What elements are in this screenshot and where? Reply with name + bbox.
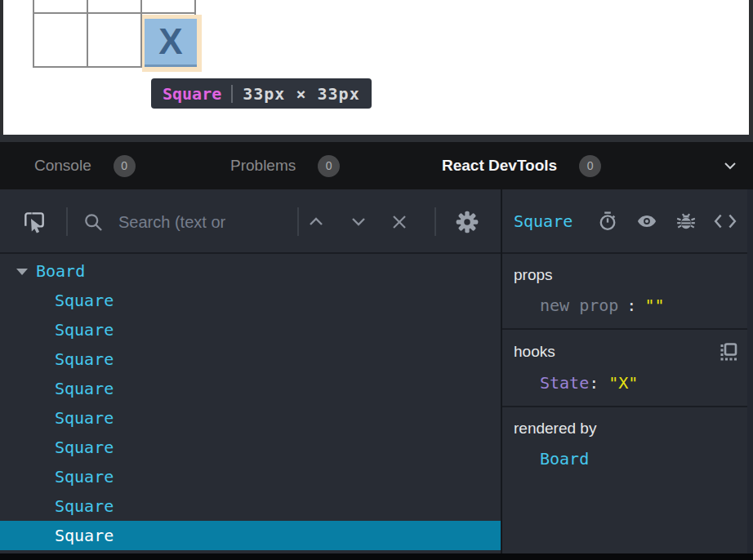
react-devtools-panel: Board Square Square Square Square Square… bbox=[0, 189, 753, 553]
state-hook-key: State bbox=[540, 373, 589, 393]
rendered-by-owner-link[interactable]: Board bbox=[540, 449, 589, 469]
tree-item-square[interactable]: Square bbox=[0, 315, 501, 344]
rendered-by-section-title: rendered by bbox=[514, 420, 596, 438]
tree-item-square[interactable]: Square bbox=[0, 491, 501, 521]
board-square[interactable] bbox=[34, 14, 87, 66]
component-name: Square bbox=[55, 496, 114, 516]
toolbar-divider bbox=[434, 207, 436, 236]
board-square[interactable] bbox=[34, 0, 87, 12]
suspend-timer-icon[interactable] bbox=[597, 211, 618, 232]
rendered-by-row: Board bbox=[540, 449, 742, 469]
tooltip-dimensions: 33px × 33px bbox=[243, 84, 359, 104]
hooks-section-title: hooks bbox=[514, 343, 555, 361]
component-name: Square bbox=[55, 526, 114, 545]
tab-label: Console bbox=[34, 157, 91, 175]
viewport-left-edge bbox=[0, 0, 3, 135]
tab-console[interactable]: Console 0 bbox=[34, 142, 136, 189]
tree-item-square[interactable]: Square bbox=[0, 433, 501, 462]
component-name: Square bbox=[55, 291, 114, 310]
expand-arrow-icon[interactable] bbox=[16, 269, 28, 275]
component-name: Board bbox=[36, 261, 85, 281]
devtools-tabbar: Console 0 Problems 0 React DevTools 0 bbox=[0, 142, 753, 189]
board-square[interactable] bbox=[88, 0, 140, 12]
viewport-right-edge bbox=[749, 0, 753, 135]
tab-label: Problems bbox=[230, 157, 296, 175]
component-name: Square bbox=[55, 438, 114, 457]
component-name: Square bbox=[55, 467, 114, 487]
page-viewport: X Square 33px × 33px bbox=[0, 0, 753, 135]
clear-search-button[interactable] bbox=[390, 212, 409, 232]
tab-badge: 0 bbox=[114, 155, 136, 177]
new-prop-row[interactable]: new prop:"" bbox=[540, 296, 742, 315]
board-square[interactable] bbox=[88, 14, 140, 66]
settings-gear-icon[interactable] bbox=[454, 209, 480, 235]
components-tree-pane: Board Square Square Square Square Square… bbox=[0, 189, 501, 553]
tab-badge: 0 bbox=[579, 155, 601, 177]
tree-item-board[interactable]: Board bbox=[0, 256, 501, 286]
window-bottom-bar bbox=[0, 553, 753, 560]
log-bug-icon[interactable] bbox=[675, 211, 697, 232]
tooltip-component-name: Square bbox=[163, 84, 221, 104]
component-name: Square bbox=[55, 379, 114, 398]
toolbar-divider bbox=[66, 207, 68, 236]
tab-react-devtools[interactable]: React DevTools 0 bbox=[442, 142, 601, 189]
props-section-title: props bbox=[514, 266, 553, 284]
tab-problems[interactable]: Problems 0 bbox=[230, 142, 340, 189]
tree-item-square[interactable]: Square bbox=[0, 462, 501, 491]
devtools-window: X Square 33px × 33px Console 0 Problems … bbox=[0, 0, 753, 560]
tooltip-divider bbox=[231, 85, 233, 103]
hooks-section: hooks State:"X" bbox=[502, 330, 753, 407]
tab-label: React DevTools bbox=[442, 157, 557, 175]
details-header: Square bbox=[502, 189, 753, 254]
tree-item-square[interactable]: Square bbox=[0, 344, 501, 374]
inspect-element-button[interactable] bbox=[21, 209, 47, 235]
inspect-dom-eye-icon[interactable] bbox=[635, 211, 658, 232]
state-hook-row[interactable]: State:"X" bbox=[540, 373, 742, 393]
view-source-code-icon[interactable] bbox=[714, 211, 737, 231]
component-tree: Board Square Square Square Square Square… bbox=[0, 254, 501, 550]
component-details-pane: Square bbox=[502, 189, 753, 553]
inspect-highlight-content[interactable]: X bbox=[145, 19, 197, 67]
new-prop-key-input[interactable]: new prop bbox=[540, 296, 618, 315]
inspect-tooltip: Square 33px × 33px bbox=[151, 78, 372, 109]
toolbar-divider bbox=[297, 207, 299, 236]
next-result-button[interactable] bbox=[350, 216, 368, 228]
colon: : bbox=[626, 296, 636, 315]
parse-hook-names-icon[interactable] bbox=[719, 342, 738, 362]
tree-item-square[interactable]: Square bbox=[0, 374, 501, 403]
tab-badge: 0 bbox=[318, 155, 340, 177]
chevron-down-icon[interactable] bbox=[724, 160, 737, 171]
component-name: Square bbox=[55, 349, 114, 369]
search-input[interactable] bbox=[118, 206, 292, 238]
previous-result-button[interactable] bbox=[307, 216, 325, 228]
scrollbar-gutter bbox=[747, 189, 753, 553]
component-name: Square bbox=[55, 408, 114, 428]
rendered-by-section: rendered by Board bbox=[502, 407, 753, 482]
tree-item-square[interactable]: Square bbox=[0, 403, 501, 433]
props-section: props new prop:"" bbox=[502, 254, 753, 330]
tree-toolbar bbox=[0, 189, 501, 254]
component-name: Square bbox=[55, 320, 114, 340]
state-hook-value[interactable]: "X" bbox=[608, 373, 638, 393]
colon: : bbox=[589, 373, 599, 393]
search-icon bbox=[82, 211, 105, 233]
devtools-top-strip bbox=[0, 135, 753, 142]
new-prop-value-input[interactable]: "" bbox=[644, 296, 664, 315]
tree-item-square[interactable]: Square bbox=[0, 286, 501, 315]
tree-item-square-selected[interactable]: Square bbox=[0, 521, 501, 550]
board-square[interactable] bbox=[142, 0, 194, 12]
selected-component-title: Square bbox=[514, 211, 573, 231]
